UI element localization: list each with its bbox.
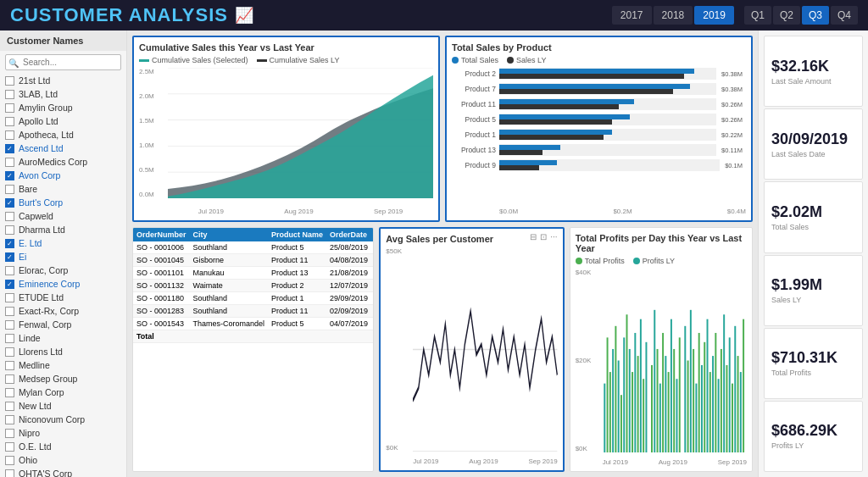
quarter-tab-q2[interactable]: Q2 [773,6,800,25]
customer-checkbox[interactable] [5,374,14,384]
customer-item[interactable]: Elorac, Corp [0,263,126,277]
customer-checkbox[interactable] [5,429,14,438]
customer-checkbox[interactable] [5,117,14,126]
customer-checkbox[interactable] [5,388,14,397]
product-bar-label: Product 1 [452,130,496,139]
customer-item[interactable]: ✓Burt's Corp [0,196,126,209]
customer-checkbox[interactable] [5,361,14,370]
quarter-tab-q1[interactable]: Q1 [744,6,771,25]
customer-checkbox[interactable] [5,456,14,465]
customer-checkbox[interactable] [5,415,14,424]
more-icon[interactable]: ··· [550,232,557,241]
customer-item[interactable]: Medline [0,358,126,372]
customer-checkbox[interactable] [5,442,14,452]
customer-checkbox[interactable]: ✓ [5,252,14,262]
filter-icon[interactable]: ⊟ [530,232,537,241]
customer-checkbox[interactable]: ✓ [5,239,14,248]
svg-rect-38 [693,349,694,452]
customer-checkbox[interactable] [5,103,14,113]
customer-checkbox[interactable] [5,158,14,167]
customer-checkbox[interactable]: ✓ [5,198,14,208]
quarter-tab-q4[interactable]: Q4 [831,6,858,25]
customer-checkbox[interactable]: ✓ [5,144,14,153]
customer-checkbox[interactable] [5,334,14,343]
table-cell: SO - 0001101 [133,267,190,280]
customer-item[interactable]: Apotheca, Ltd [0,128,126,141]
table-row[interactable]: SO - 0001132WaimateProduct 212/07/2019$7… [133,280,373,292]
customer-checkbox[interactable] [5,320,14,330]
quarter-tab-q3[interactable]: Q3 [802,6,829,25]
customer-checkbox[interactable] [5,185,14,194]
customer-name: Llorens Ltd [19,347,63,357]
kpi-label: Sales LY [771,296,855,304]
customer-checkbox[interactable] [5,130,14,140]
customer-item[interactable]: Fenwal, Corp [0,318,126,331]
svg-rect-13 [617,361,619,453]
table-row[interactable]: SO - 0001101ManukauProduct 1321/08/2019$… [133,267,373,280]
customer-checkbox[interactable] [5,212,14,221]
expand-icon[interactable]: ⊡ [540,232,547,241]
table-cell: SO - 0001045 [133,254,190,267]
customer-checkbox[interactable] [5,293,14,302]
table-cell: Southland [190,292,269,305]
customer-item[interactable]: Llorens Ltd [0,345,126,358]
customer-item[interactable]: AuroMedics Corp [0,155,126,169]
customer-item[interactable]: OHTA'S Corp [0,467,126,477]
customer-item[interactable]: ✓Eminence Corp [0,277,126,291]
year-tab-2017[interactable]: 2017 [612,6,652,25]
customer-checkbox[interactable] [5,307,14,316]
year-tab-2018[interactable]: 2018 [654,6,693,25]
customer-search-input[interactable] [5,54,121,70]
profits-chart-area: $40K $20K $0K [576,269,747,466]
customer-item[interactable]: Bare [0,182,126,196]
table-cell: Product 13 [268,267,326,280]
customer-checkbox[interactable] [5,469,14,478]
customer-item[interactable]: Mylan Corp [0,385,126,399]
customer-item[interactable]: Dharma Ltd [0,223,126,236]
customer-item[interactable]: New Ltd [0,399,126,413]
customer-item[interactable]: Capweld [0,209,126,223]
customer-checkbox[interactable] [5,402,14,411]
customer-item[interactable]: Medsep Group [0,372,126,385]
customer-item[interactable]: Apollo Ltd [0,114,126,128]
customer-item[interactable]: ✓Ei [0,250,126,263]
customer-checkbox[interactable] [5,225,14,235]
customer-item[interactable]: ✓E. Ltd [0,236,126,250]
customer-item[interactable]: ✓Avon Corp [0,169,126,182]
svg-rect-51 [728,337,730,452]
customer-item[interactable]: Ohio [0,453,126,467]
year-tab-2019[interactable]: 2019 [694,6,734,25]
table-row[interactable]: SO - 0001283SouthlandProduct 1102/09/201… [133,305,373,318]
table-header: Product Name [268,228,326,241]
table-row[interactable]: SO - 0001006SouthlandProduct 525/08/2019… [133,241,373,254]
customer-checkbox[interactable] [5,347,14,357]
customer-item[interactable]: Linde [0,331,126,345]
customer-item[interactable]: Niconovum Corp [0,413,126,426]
product-bar-label: Product 11 [452,100,496,108]
customer-checkbox[interactable]: ✓ [5,171,14,180]
customer-checkbox[interactable] [5,266,14,275]
customer-item[interactable]: Amylin Group [0,101,126,114]
table-row[interactable]: SO - 0001180SouthlandProduct 129/09/2019… [133,292,373,305]
customer-item[interactable]: Exact-Rx, Corp [0,304,126,318]
table-row[interactable]: SO - 0001543Thames-CoromandelProduct 504… [133,318,373,330]
svg-rect-36 [687,361,688,453]
customer-item[interactable]: ✓Ascend Ltd [0,141,126,155]
customer-item[interactable]: ETUDE Ltd [0,291,126,304]
svg-rect-49 [723,314,725,452]
svg-rect-17 [628,349,630,452]
product-bar-row: Product 13$0.11M [452,144,743,156]
customer-item[interactable]: 3LAB, Ltd [0,87,126,101]
customer-checkbox[interactable] [5,90,14,99]
customer-item[interactable]: O.E. Ltd [0,440,126,453]
customer-checkbox[interactable]: ✓ [5,280,14,289]
product-bar-row: Product 11$0.26M [452,98,743,110]
table-row[interactable]: SO - 0001045GisborneProduct 1104/08/2019… [133,254,373,267]
svg-rect-30 [667,372,669,452]
customer-item[interactable]: Nipro [0,426,126,440]
customer-name: New Ltd [19,401,52,411]
customer-item[interactable]: 21st Ltd [0,74,126,87]
svg-rect-39 [695,384,697,452]
customer-checkbox[interactable] [5,76,14,86]
product-bar-track [499,98,716,110]
